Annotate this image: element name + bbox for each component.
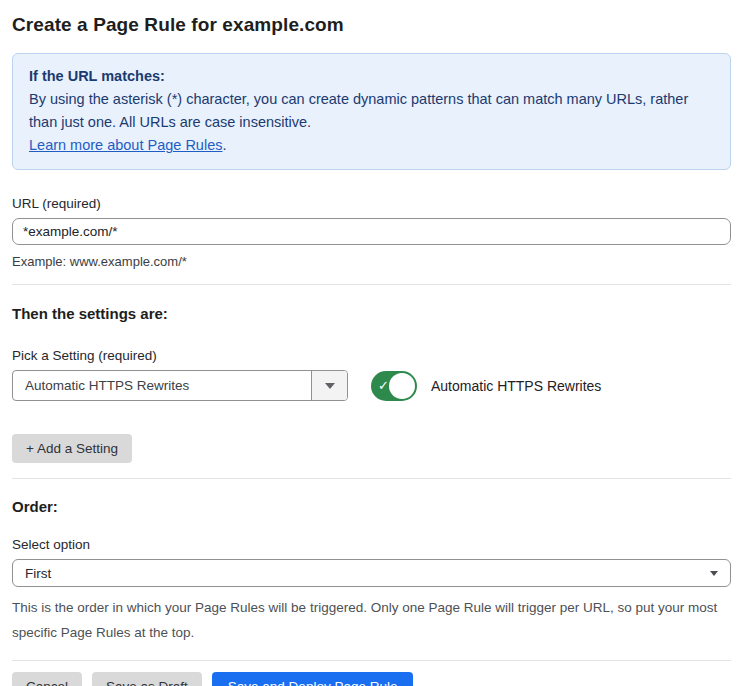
cancel-button[interactable]: Cancel xyxy=(12,672,82,686)
order-help-text: This is the order in which your Page Rul… xyxy=(12,595,731,645)
add-setting-button[interactable]: + Add a Setting xyxy=(12,434,132,463)
url-field-label: URL (required) xyxy=(12,196,731,211)
info-box-body: By using the asterisk (*) character, you… xyxy=(29,88,714,134)
learn-more-link[interactable]: Learn more about Page Rules xyxy=(29,137,222,153)
url-input[interactable] xyxy=(12,218,731,245)
save-as-draft-button[interactable]: Save as Draft xyxy=(92,672,202,686)
form-actions: Cancel Save as Draft Save and Deploy Pag… xyxy=(12,672,731,686)
pick-setting-label: Pick a Setting (required) xyxy=(12,348,731,363)
chevron-down-icon xyxy=(710,571,718,576)
toggle-label: Automatic HTTPS Rewrites xyxy=(431,378,601,394)
divider xyxy=(12,478,731,479)
save-and-deploy-button[interactable]: Save and Deploy Page Rule xyxy=(212,672,414,686)
url-matches-info-box: If the URL matches: By using the asteris… xyxy=(12,53,731,170)
chevron-down-icon xyxy=(325,383,335,389)
divider xyxy=(12,284,731,285)
setting-toggle[interactable]: ✓ xyxy=(371,371,417,401)
setting-dropdown-arrow-button[interactable] xyxy=(311,371,347,400)
link-period: . xyxy=(222,137,226,153)
select-option-label: Select option xyxy=(12,537,731,552)
page-title: Create a Page Rule for example.com xyxy=(12,14,731,36)
check-icon: ✓ xyxy=(378,379,389,392)
url-example-text: Example: www.example.com/* xyxy=(12,254,731,269)
order-select-value: First xyxy=(25,566,51,581)
info-box-link-line: Learn more about Page Rules. xyxy=(29,134,714,157)
info-box-heading: If the URL matches: xyxy=(29,65,714,88)
page-rule-form: Create a Page Rule for example.com If th… xyxy=(0,14,743,686)
settings-section-heading: Then the settings are: xyxy=(12,305,731,322)
setting-dropdown-value: Automatic HTTPS Rewrites xyxy=(13,371,311,400)
divider xyxy=(12,660,731,661)
order-select[interactable]: First xyxy=(12,559,731,587)
order-section-heading: Order: xyxy=(12,498,731,515)
toggle-knob xyxy=(389,373,415,399)
setting-dropdown[interactable]: Automatic HTTPS Rewrites xyxy=(12,370,348,401)
setting-row: Automatic HTTPS Rewrites ✓ Automatic HTT… xyxy=(12,370,731,401)
